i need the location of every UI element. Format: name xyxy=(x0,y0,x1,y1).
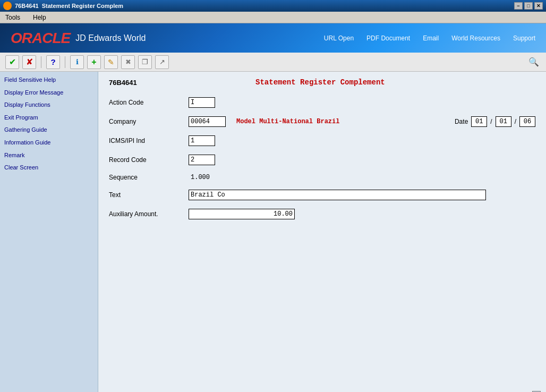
record-code-label: Record Code xyxy=(109,156,183,164)
sidebar-item-clear-screen[interactable]: Clear Screen xyxy=(0,161,98,174)
company-input[interactable] xyxy=(189,116,226,127)
copy-button[interactable]: ❐ xyxy=(138,55,152,69)
sequence-row: Sequence 1.000 xyxy=(109,174,535,181)
search-button[interactable]: 🔍 xyxy=(527,55,541,69)
text-input[interactable] xyxy=(189,190,486,200)
sidebar-item-remark[interactable]: Remark xyxy=(0,149,98,162)
action-code-input[interactable] xyxy=(189,97,215,108)
export-icon: ↗ xyxy=(159,58,165,66)
copy-icon: ❐ xyxy=(142,58,148,66)
info-icon: ℹ xyxy=(76,58,79,66)
date-month-input[interactable] xyxy=(471,116,487,127)
edit-icon: ✎ xyxy=(108,58,114,66)
sidebar-item-field-sensitive-help[interactable]: Field Sensitive Help xyxy=(0,74,98,87)
toolbar-separator-2 xyxy=(65,56,65,68)
sidebar-item-display-functions[interactable]: Display Functions xyxy=(0,99,98,112)
record-code-row: Record Code xyxy=(109,155,535,165)
company-row: Company Model Multi-National Brazil Date… xyxy=(109,116,535,127)
form-title: Statement Register Complement xyxy=(137,78,504,87)
auxiliary-amount-label: Auxiliary Amount. xyxy=(109,210,183,218)
info-button[interactable]: ℹ xyxy=(70,55,84,69)
help-icon: ? xyxy=(50,57,55,66)
date-day-input[interactable] xyxy=(496,116,511,127)
oracle-text: ORACLE xyxy=(11,30,70,47)
icms-ipi-label: ICMS/IPI Ind xyxy=(109,137,183,144)
sidebar-item-display-error-message[interactable]: Display Error Message xyxy=(0,87,98,99)
maximize-button[interactable]: □ xyxy=(524,2,533,10)
icms-ipi-row: ICMS/IPI Ind xyxy=(109,135,535,146)
cancel-button[interactable]: ✘ xyxy=(22,55,36,69)
close-button[interactable]: ✕ xyxy=(534,2,543,10)
nav-support[interactable]: Support xyxy=(513,35,535,42)
menu-help[interactable]: Help xyxy=(31,13,48,22)
header-nav: URL Open PDF Document Email World Resour… xyxy=(324,35,535,42)
minimize-button[interactable]: − xyxy=(514,2,523,10)
add-icon: + xyxy=(91,57,96,67)
action-code-row: Action Code xyxy=(109,97,535,108)
app-icon xyxy=(3,2,12,10)
oracle-logo: ORACLE JD Edwards World xyxy=(11,30,146,47)
ok-button[interactable]: ✔ xyxy=(5,55,19,69)
sequence-value: 1.000 xyxy=(189,174,210,181)
nav-pdf-document[interactable]: PDF Document xyxy=(366,35,410,42)
date-section: Date / / xyxy=(455,116,535,127)
text-label: Text xyxy=(109,191,183,199)
jde-text: JD Edwards World xyxy=(75,33,146,43)
main-layout: Field Sensitive Help Display Error Messa… xyxy=(0,72,546,392)
nav-url-open[interactable]: URL Open xyxy=(324,35,354,42)
add-button[interactable]: + xyxy=(87,55,101,69)
ok-icon: ✔ xyxy=(9,57,16,67)
toolbar: ✔ ✘ ? ℹ + ✎ ✖ ❐ ↗ 🔍 xyxy=(0,53,546,72)
sequence-label: Sequence xyxy=(109,174,183,181)
delete-icon: ✖ xyxy=(125,58,131,66)
form-program-id: 76B4641 xyxy=(109,79,137,87)
delete-button[interactable]: ✖ xyxy=(121,55,135,69)
text-row: Text xyxy=(109,190,535,200)
titlebar-title: Statement Register Complem xyxy=(42,3,123,9)
titlebar: 76B4641 Statement Register Complem − □ ✕ xyxy=(0,0,546,12)
auxiliary-amount-input[interactable] xyxy=(189,209,295,219)
sidebar-item-gathering-guide[interactable]: Gathering Guide xyxy=(0,124,98,137)
date-sep-2: / xyxy=(515,118,516,125)
titlebar-controls: − □ ✕ xyxy=(514,2,543,10)
nav-world-resources[interactable]: World Resources xyxy=(451,35,500,42)
help-button[interactable]: ? xyxy=(46,55,60,69)
company-label: Company xyxy=(109,118,183,125)
date-sep-1: / xyxy=(490,118,492,125)
titlebar-program-id: 76B4641 xyxy=(15,3,39,9)
oracle-header: ORACLE JD Edwards World URL Open PDF Doc… xyxy=(0,23,546,53)
sidebar-item-exit-program[interactable]: Exit Program xyxy=(0,112,98,124)
export-button[interactable]: ↗ xyxy=(155,55,169,69)
nav-email[interactable]: Email xyxy=(423,35,439,42)
toolbar-separator-1 xyxy=(41,56,41,68)
action-code-label: Action Code xyxy=(109,99,183,106)
sidebar: Field Sensitive Help Display Error Messa… xyxy=(0,72,98,392)
search-icon: 🔍 xyxy=(528,57,539,67)
date-label: Date xyxy=(455,118,468,125)
edit-button[interactable]: ✎ xyxy=(104,55,118,69)
company-description: Model Multi-National Brazil xyxy=(236,118,339,125)
titlebar-left: 76B4641 Statement Register Complem xyxy=(3,2,123,10)
sidebar-item-information-guide[interactable]: Information Guide xyxy=(0,137,98,149)
icms-ipi-input[interactable] xyxy=(189,135,215,146)
cancel-icon: ✘ xyxy=(26,57,33,67)
content-area: 76B4641 Statement Register Complement Ac… xyxy=(98,72,546,392)
date-year-input[interactable] xyxy=(519,116,535,127)
form-header: 76B4641 Statement Register Complement xyxy=(109,78,535,87)
menu-tools[interactable]: Tools xyxy=(3,13,22,22)
menubar: Tools Help xyxy=(0,12,546,23)
record-code-input[interactable] xyxy=(189,155,215,165)
auxiliary-amount-row: Auxiliary Amount. xyxy=(109,209,535,219)
